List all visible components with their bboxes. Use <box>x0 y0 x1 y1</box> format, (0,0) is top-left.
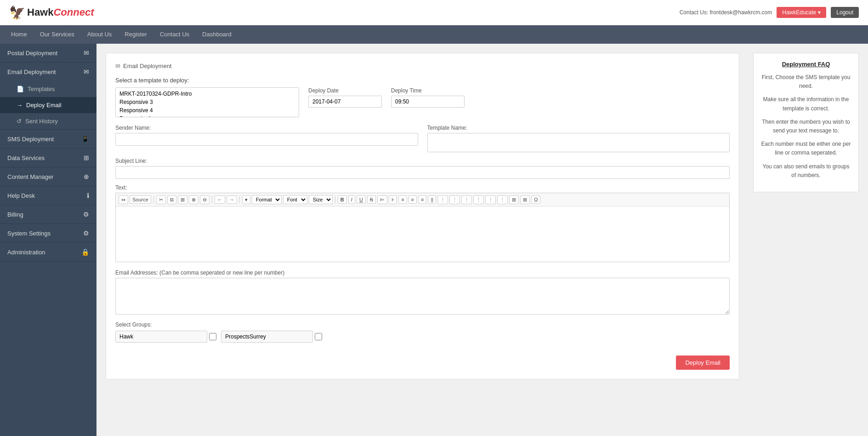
nav-about-us[interactable]: About Us <box>81 25 118 44</box>
group-hawk-input[interactable] <box>115 331 207 343</box>
bottom-row: Deploy Email <box>115 352 730 370</box>
lock-icon: 🔒 <box>81 248 89 256</box>
nav-dashboard[interactable]: Dashboard <box>196 25 238 44</box>
toolbar-format-dropdown[interactable]: ▾ <box>242 195 250 204</box>
template-option[interactable]: Responsive1 <box>118 115 297 117</box>
toolbar-strikethrough[interactable]: S <box>367 195 376 204</box>
sidebar-sms-deployment[interactable]: SMS Deployment 📱 <box>0 130 96 148</box>
toolbar-image[interactable]: ⊞ <box>509 195 519 204</box>
deploy-email-button[interactable]: Deploy Email <box>676 356 730 370</box>
faq-step-1: First, Choose the SMS template you need. <box>761 73 851 91</box>
sidebar-data-services[interactable]: Data Services ⊞ <box>0 149 96 167</box>
toolbar-size-select[interactable]: Size <box>309 195 333 204</box>
hawkeducate-label: HawkEducate <box>782 9 816 16</box>
toolbar-cut[interactable]: ✂ <box>156 195 166 204</box>
email-addresses-input[interactable] <box>115 278 730 315</box>
faq-step-3: Then enter the numbers you wish to send … <box>761 118 851 135</box>
toolbar-align-left[interactable]: ⊨ <box>377 195 387 204</box>
sender-template-row: Sender Name: Template Name: <box>115 125 730 152</box>
toolbar-redo[interactable]: → <box>227 195 237 204</box>
toolbar-paste[interactable]: ⊞ <box>178 195 187 204</box>
toolbar-special-char[interactable]: Ω <box>531 195 540 204</box>
settings-icon: ⚙ <box>83 229 89 237</box>
toolbar-fullscreen[interactable]: ⇔ <box>119 195 128 204</box>
toolbar-source[interactable]: Source <box>130 195 151 204</box>
nav-our-services[interactable]: Our Services <box>34 25 81 44</box>
group-prospects-surrey-checkbox[interactable] <box>315 333 322 340</box>
system-settings-label: System Settings <box>7 230 51 237</box>
email-icon: ✉ <box>84 68 89 75</box>
toolbar-table[interactable]: ⊞ <box>520 195 530 204</box>
sidebar-administration[interactable]: Administration 🔒 <box>0 243 96 261</box>
deploy-date-input[interactable] <box>308 96 382 108</box>
right-panel-area: Deployment FAQ First, Choose the SMS tem… <box>749 44 868 436</box>
sidebar-system-settings[interactable]: System Settings ⚙ <box>0 224 96 242</box>
sidebar-email-deployment[interactable]: Email Deployment ✉ <box>0 63 96 81</box>
sidebar-help-desk[interactable]: Help Desk ℹ <box>0 186 96 205</box>
toolbar-paste-word[interactable]: ⊖ <box>200 195 210 204</box>
grid-icon: ⊞ <box>84 154 89 161</box>
content-icon: ⊕ <box>84 173 89 180</box>
toolbar-align-right[interactable]: ≡ <box>398 195 407 204</box>
template-name-label: Template Name: <box>427 125 730 131</box>
sidebar-postal-deployment[interactable]: Postal Deployment ✉ <box>0 44 96 62</box>
toolbar-copy[interactable]: ⧉ <box>167 195 176 204</box>
nav-contact-us[interactable]: Contact Us <box>153 25 196 44</box>
deploy-time-input[interactable] <box>391 96 465 108</box>
main-panel: ✉ Email Deployment Select a template to … <box>106 53 739 379</box>
sidebar-item-deploy-email[interactable]: → Deploy Email <box>0 97 96 113</box>
select-template-label: Select a template to deploy: <box>115 77 730 84</box>
logout-button[interactable]: Logout <box>831 7 859 18</box>
hawkeducate-button[interactable]: HawkEducate ▾ <box>777 7 826 18</box>
sidebar-item-templates[interactable]: 📄 Templates <box>0 81 96 97</box>
sidebar-section-email: Email Deployment ✉ 📄 Templates → Deploy … <box>0 63 96 130</box>
email-deployment-label: Email Deployment <box>7 69 56 75</box>
toolbar-underline[interactable]: U <box>357 195 366 204</box>
nav-register[interactable]: Register <box>118 25 153 44</box>
template-option[interactable]: Responsive 3 <box>118 98 297 106</box>
toolbar-bold[interactable]: B <box>338 195 347 204</box>
toolbar-align-justify[interactable]: ≡ <box>408 195 417 204</box>
sidebar-section-sms: SMS Deployment 📱 <box>0 130 96 149</box>
toolbar-indent-more[interactable]: ⋮ <box>449 195 460 204</box>
content-area: ✉ Email Deployment Select a template to … <box>96 44 749 436</box>
toolbar-align-center[interactable]: ⊧ <box>389 195 397 204</box>
toolbar-italic[interactable]: I <box>348 195 355 204</box>
email-addresses-field: Email Addresses: (Can be comma seperated… <box>115 270 730 316</box>
deploy-date-group: Deploy Date <box>308 87 382 117</box>
sender-name-input[interactable] <box>115 133 418 146</box>
deploy-email-label: Deploy Email <box>26 102 62 109</box>
rich-text-editor: ⇔ Source ✂ ⧉ ⊞ ⊕ ⊖ ← → ▾ F <box>115 193 730 262</box>
subject-line-input[interactable] <box>115 166 730 179</box>
toolbar-indent-less[interactable]: ⋮ <box>437 195 448 204</box>
panel-title-text: Email Deployment <box>123 63 172 69</box>
nav-home[interactable]: Home <box>5 25 34 44</box>
sms-deployment-label: SMS Deployment <box>7 136 54 143</box>
group-hawk-checkbox[interactable] <box>209 333 216 340</box>
sidebar-item-sent-history[interactable]: ↺ Sent History <box>0 113 96 129</box>
toolbar-font-select[interactable]: Font <box>283 195 307 204</box>
toolbar-link[interactable]: ⋮ <box>473 195 484 204</box>
toolbar-block-quote[interactable]: ⋮ <box>461 195 472 204</box>
template-option[interactable]: MRKT-20170324-GDPR-Intro <box>118 90 297 98</box>
panel-title: ✉ Email Deployment <box>115 63 730 69</box>
sidebar-billing[interactable]: Billing ⚙ <box>0 205 96 224</box>
template-list[interactable]: MRKT-20170324-GDPR-Intro Responsive 3 Re… <box>115 87 299 117</box>
toolbar-anchor[interactable]: ⋮ <box>497 195 508 204</box>
toolbar-paste-text[interactable]: ⊕ <box>189 195 199 204</box>
toolbar-undo[interactable]: ← <box>215 195 225 204</box>
toolbar-format-select[interactable]: Format <box>252 195 282 204</box>
toolbar-unlink[interactable]: ⋮ <box>485 195 496 204</box>
envelope-icon: ✉ <box>84 49 89 57</box>
toolbar-list-ul[interactable]: ≡ <box>418 195 426 204</box>
group-prospects-surrey-input[interactable] <box>221 331 313 343</box>
toolbar-list-ol[interactable]: || <box>428 195 436 204</box>
editor-body[interactable] <box>116 207 729 262</box>
data-services-label: Data Services <box>7 155 45 161</box>
subject-line-field: Subject Line: <box>115 158 730 179</box>
group-item-prospects-surrey <box>221 331 322 343</box>
sidebar-content-manager[interactable]: Content Manager ⊕ <box>0 167 96 186</box>
help-desk-label: Help Desk <box>7 192 35 199</box>
template-name-input[interactable] <box>427 133 730 152</box>
template-option[interactable]: Responsive 4 <box>118 106 297 115</box>
